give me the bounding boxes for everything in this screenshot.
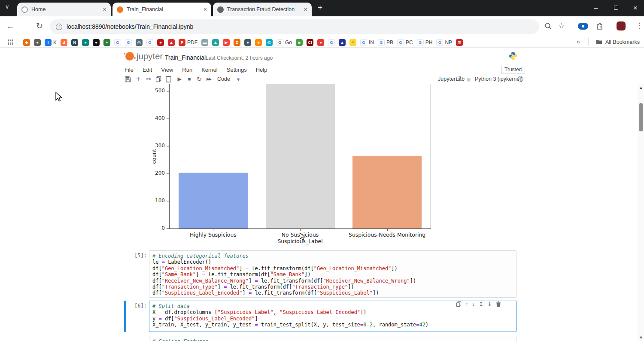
cell-prompt: [6]: [125,303,147,309]
y-tick-label: 300 [151,143,165,149]
duplicate-cell-icon[interactable] [456,301,462,307]
y-tick-mark [167,228,169,229]
code-line: df["Suspicious_Label_Encoded"] = le.fit_… [152,290,513,296]
y-tick-mark [167,201,169,201]
mouse-cursor [55,92,64,102]
mouse-cursor-secondary [299,232,307,241]
y-tick-mark [167,91,169,91]
scroll-down-icon[interactable]: ▼ [639,335,643,340]
y-tick-mark [167,174,169,174]
delete-cell-icon[interactable] [496,301,501,307]
y-tick-label: 500 [151,88,165,94]
cell-toolbar: ↑ ↓ ↥ ↧ [456,301,501,307]
chart-bar [352,156,422,228]
code-line: df["Same_Bank"] = le.fit_transform(df["S… [152,271,513,277]
code-line: y = df["Suspicious_Label_Encoded"] [152,316,513,322]
y-tick-mark [167,119,169,119]
x-tick-label: Highly Suspicious [166,231,260,238]
right-spine [431,84,431,228]
y-tick-label: 100 [151,198,165,204]
chart-bar [179,173,248,228]
code-line: df["Receiver_New_Balance_Wrong"] = le.fi… [152,278,513,284]
x-tick-mark [300,229,301,231]
y-axis-spine [169,84,170,228]
move-cell-up-icon[interactable]: ↑ [465,301,468,307]
chart-bar [266,84,335,228]
cell-prompt: [5]: [125,253,147,259]
code-cell-5[interactable]: # Encoding categorical featuresle = Labe… [149,250,516,298]
x-tick-mark [213,229,213,231]
code-line: X_train, X_test, y_train, y_test = train… [152,322,513,328]
x-tick-mark [387,229,388,231]
insert-cell-below-icon[interactable]: ↧ [487,301,492,307]
x-tick-label: Suspicious-Needs Monitoring [340,231,434,238]
scrollbar-thumb[interactable] [639,103,643,131]
scroll-up-icon[interactable]: ▲ [639,85,643,90]
code-cell-partial[interactable]: # Scaling Features [149,336,516,341]
y-tick-label: 200 [151,170,165,177]
insert-cell-above-icon[interactable]: ↥ [479,301,483,307]
browser-window: ∨ Home × Train_Financial × Transaction F… [0,0,644,341]
code-line: df["Geo_Location_Mismatched"] = le.fit_t… [152,265,513,271]
code-line: le = LabelEncoder() [152,259,513,265]
y-tick-mark [167,146,169,146]
y-tick-label: 0 [151,225,165,231]
code-line: X = df.drop(columns=["Suspicious_Label",… [152,309,513,315]
y-axis-label: count [151,149,157,164]
code-line: # Scaling Features [152,338,513,341]
move-cell-down-icon[interactable]: ↓ [472,301,475,307]
y-tick-label: 400 [151,115,165,122]
code-line: # Encoding categorical features [152,253,513,259]
code-line: df["Transaction_Type"] = le.fit_transfor… [152,284,513,290]
